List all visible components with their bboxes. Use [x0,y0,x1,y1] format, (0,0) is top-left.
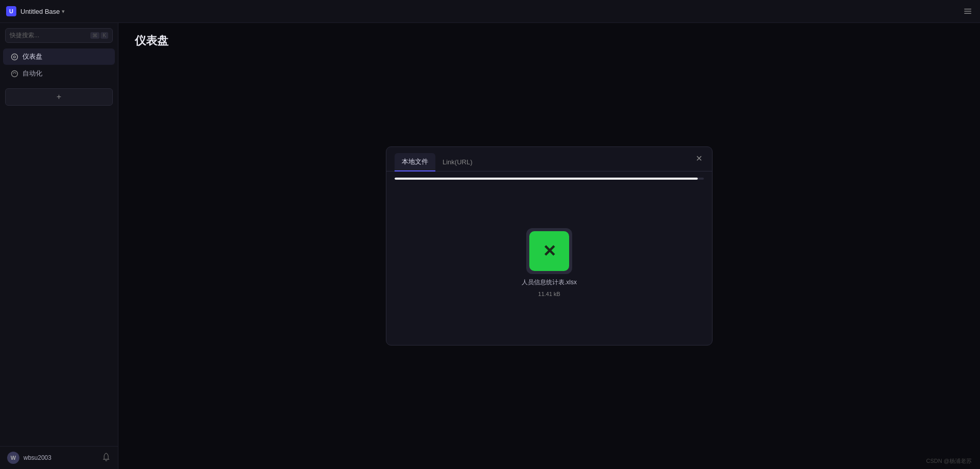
svg-rect-0 [964,9,971,10]
close-button[interactable]: ✕ [693,152,705,164]
main-layout: 快捷搜索... ⌘ K 仪表盘 [0,23,980,469]
modal-header: 本地文件 Link(URL) ✕ [386,147,712,171]
sidebar-bottom: W wbsu2003 [0,446,118,469]
sidebar-item-dashboard-label: 仪表盘 [22,52,42,61]
user-info: W wbsu2003 [7,452,52,464]
dropdown-arrow-icon[interactable]: ▾ [62,8,65,15]
sidebar-nav: 仪表盘 自动化 [0,46,118,84]
file-name: 人员信息统计表.xlsx [522,278,577,287]
sidebar-item-automation[interactable]: 自动化 [3,65,115,82]
add-item-button[interactable]: + [5,88,113,106]
shortcut-symbol: ⌘ [90,32,100,39]
add-icon: + [57,92,61,102]
automation-icon [10,69,18,78]
file-item[interactable]: ✕ 人员信息统计表.xlsx 11.41 kB [522,228,577,297]
modal-overlay: 本地文件 Link(URL) ✕ [118,23,980,469]
avatar: W [7,452,19,464]
tab-link-url[interactable]: Link(URL) [435,154,480,171]
shortcut-key: K [101,32,108,39]
svg-rect-1 [964,11,971,12]
upload-modal: 本地文件 Link(URL) ✕ [386,146,713,345]
top-bar: U Untitled Base ▾ [0,0,980,23]
top-bar-right [962,5,974,17]
file-x-icon: ✕ [543,241,556,261]
tab-local-file[interactable]: 本地文件 [395,153,435,171]
sidebar-toggle-button[interactable] [962,5,974,17]
file-size: 11.41 kB [538,291,560,297]
modal-body: ✕ 人员信息统计表.xlsx 11.41 kB [386,180,712,345]
progress-bar-container [386,171,712,180]
svg-point-5 [11,70,17,77]
sidebar-item-automation-label: 自动化 [22,69,42,78]
search-bar[interactable]: 快捷搜索... ⌘ K [5,28,113,43]
username: wbsu2003 [23,454,52,461]
file-icon-wrapper: ✕ [526,228,572,274]
content-area: 仪表盘 本地文件 Link(URL) ✕ [118,23,980,469]
file-icon-background: ✕ [526,228,572,274]
search-placeholder: 快捷搜索... [10,31,90,40]
svg-rect-2 [964,13,971,14]
svg-point-4 [13,56,15,58]
footer-watermark: CSDN @杨浦老苏 [918,453,980,469]
search-shortcut: ⌘ K [90,32,108,39]
file-icon-green: ✕ [529,231,569,271]
bell-icon[interactable] [102,452,111,463]
app-title: Untitled Base [20,8,60,15]
dashboard-icon [10,53,18,61]
sidebar: 快捷搜索... ⌘ K 仪表盘 [0,23,118,469]
sidebar-item-dashboard[interactable]: 仪表盘 [3,48,115,65]
svg-point-3 [11,54,17,60]
app-icon: U [6,6,16,16]
